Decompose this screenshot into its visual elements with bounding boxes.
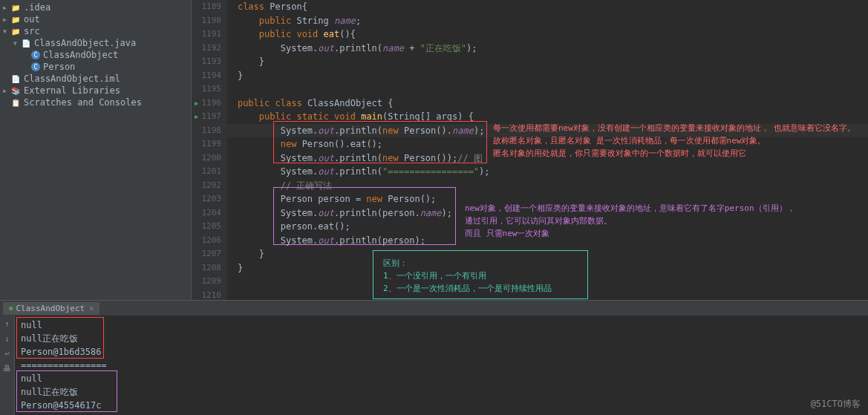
run-panel: ● ClassAndObject × ↑ ↓ ↩ 🖶 null null正在吃饭…: [0, 300, 868, 415]
console-line: null正在吃饭: [21, 332, 862, 345]
line-num: 1206: [201, 234, 221, 248]
console-line: null: [21, 372, 862, 385]
line-num: 1201: [201, 165, 221, 179]
console-line: null正在吃饭: [21, 385, 862, 399]
console-line: Person@4554617c: [21, 399, 862, 412]
line-num: 1207: [201, 247, 221, 261]
line-num: 1209: [201, 275, 221, 289]
chevron-right-icon: ▶: [3, 88, 10, 94]
tree-label: ClassAndObject: [43, 50, 118, 60]
line-gutter: 1189 1190 1191 1192 1193 1194 1195 ▶1196…: [192, 0, 227, 300]
line-num: 1198: [201, 124, 221, 138]
console-output[interactable]: null null正在吃饭 Person@1b6d3586 ==========…: [15, 316, 868, 415]
lib-icon: 📚: [10, 85, 21, 96]
line-num: 1203: [201, 192, 221, 206]
line-num: 1195: [201, 82, 221, 97]
line-num: 1208: [201, 261, 221, 275]
panel-tab-label: ClassAndObject: [16, 304, 85, 313]
folder-icon: 📁: [10, 14, 21, 24]
folder-icon: 📁: [10, 2, 21, 13]
panel-tab-classandobject[interactable]: ● ClassAndObject ×: [3, 302, 99, 315]
tree-label: Person: [43, 62, 75, 72]
step-icon[interactable]: ↑: [2, 318, 13, 329]
run-icon[interactable]: ▶: [195, 97, 198, 111]
code-content[interactable]: class Person{ public String name; public…: [227, 0, 868, 300]
line-num: 1210: [201, 289, 221, 301]
code-editor[interactable]: 1189 1190 1191 1192 1193 1194 1195 ▶1196…: [192, 0, 868, 300]
run-status-icon: ●: [9, 304, 13, 312]
line-num: 1200: [201, 151, 221, 166]
chevron-right-icon: ▶: [3, 4, 10, 11]
tree-folder-out[interactable]: ▶ 📁 out: [0, 13, 191, 25]
line-num: 1192: [201, 42, 221, 56]
watermark: @51CTO博客: [811, 398, 861, 411]
chevron-down-icon: ▼: [13, 40, 21, 47]
chevron-down-icon: ▼: [3, 28, 10, 35]
tree-label: src: [24, 26, 40, 36]
tree-label: out: [24, 14, 40, 24]
tree-label: Scratches and Consoles: [24, 97, 142, 108]
tree-label: ClassAndObject.java: [34, 38, 136, 48]
line-num: 1190: [201, 14, 221, 28]
console-line: ================: [21, 359, 862, 372]
tree-folder-src[interactable]: ▼ 📁 src: [0, 25, 191, 37]
wrap-icon[interactable]: ↩: [2, 348, 13, 359]
console-line: null: [21, 318, 862, 332]
tree-folder-idea[interactable]: ▶ 📁 .idea: [0, 1, 191, 13]
line-num: 1191: [201, 27, 221, 42]
tree-file-java[interactable]: ▼ 📄 ClassAndObject.java: [0, 37, 191, 49]
tree-class[interactable]: C ClassAndObject: [0, 49, 191, 61]
tree-scratches[interactable]: 📋 Scratches and Consoles: [0, 97, 191, 108]
chevron-right-icon: ▶: [3, 16, 10, 23]
tree-file-iml[interactable]: 📄 ClassAndObject.iml: [0, 73, 191, 85]
line-num: 1205: [201, 220, 221, 234]
tree-class[interactable]: C Person: [0, 61, 191, 73]
line-num: 1196: [201, 97, 221, 111]
console-line: Person@1b6d3586: [21, 345, 862, 359]
line-num: 1194: [201, 69, 221, 83]
line-num: 1197: [201, 110, 221, 124]
step-icon[interactable]: ↓: [2, 333, 13, 344]
line-num: 1202: [201, 179, 221, 193]
close-icon[interactable]: ×: [89, 304, 94, 313]
folder-icon: 📁: [10, 26, 21, 36]
tree-label: External Libraries: [24, 85, 120, 96]
file-icon: 📄: [10, 73, 21, 84]
tree-external-libs[interactable]: ▶ 📚 External Libraries: [0, 85, 191, 97]
run-icon[interactable]: ▶: [195, 110, 198, 124]
tree-label: ClassAndObject.iml: [24, 73, 120, 84]
line-num: 1193: [201, 55, 221, 69]
line-num: 1199: [201, 137, 221, 151]
line-num: 1204: [201, 206, 221, 220]
scratches-icon: 📋: [10, 97, 21, 108]
java-file-icon: 📄: [21, 38, 31, 48]
panel-tabs: ● ClassAndObject ×: [0, 301, 868, 316]
tree-label: .idea: [24, 2, 50, 13]
class-icon: C: [31, 62, 40, 71]
console-toolbar: ↑ ↓ ↩ 🖶: [0, 316, 15, 415]
project-tree: ▶ 📁 .idea ▶ 📁 out ▼ 📁 src ▼ 📄 ClassAndOb…: [0, 0, 192, 300]
line-num: 1189: [201, 0, 221, 14]
class-icon: C: [31, 50, 40, 59]
print-icon[interactable]: 🖶: [2, 363, 13, 373]
